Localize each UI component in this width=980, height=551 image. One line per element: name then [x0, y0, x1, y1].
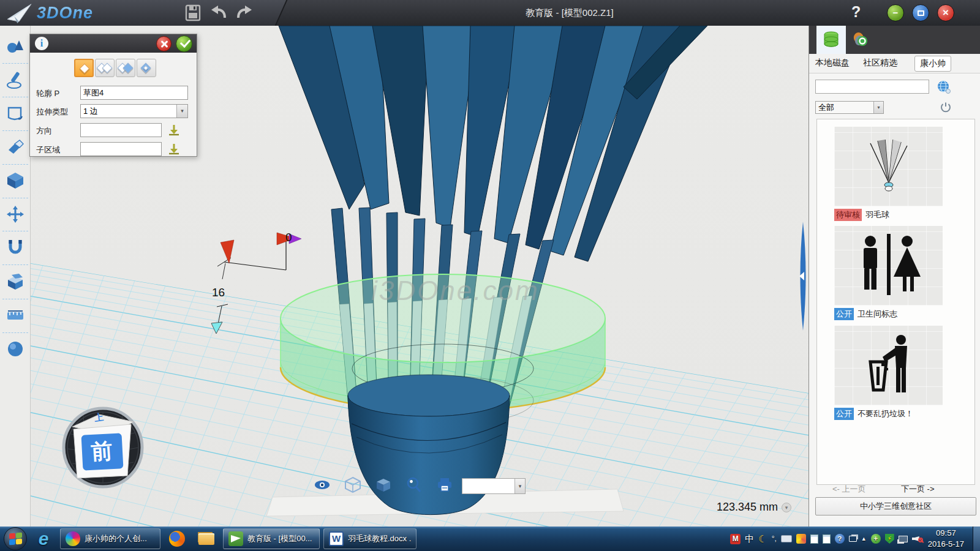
explorer-button[interactable] — [194, 528, 219, 549]
model-title[interactable]: 卫生间标志 — [858, 309, 897, 320]
direction-input[interactable] — [80, 123, 162, 137]
navcube-front-face[interactable]: 前 — [78, 432, 125, 471]
network-tray-icon[interactable] — [899, 536, 908, 542]
shaded-view-icon[interactable] — [375, 476, 392, 493]
search-doc-tray-icon[interactable] — [810, 534, 818, 544]
wireframe-view-icon[interactable] — [344, 476, 361, 493]
model-thumbnail-shuttlecock[interactable] — [834, 127, 943, 206]
show-desktop-button[interactable] — [973, 527, 980, 551]
mode-remove-button[interactable] — [116, 59, 135, 77]
extrude-type-select[interactable]: 1 边 ▾ — [80, 104, 188, 118]
windows-taskbar: e 康小帅的个人创... 教育版 - [模型00... W 羽毛球教程.docx… — [0, 527, 980, 551]
tab-my-account[interactable]: 康小帅 — [914, 56, 951, 72]
sogou-tray-icon[interactable] — [796, 534, 806, 544]
moon-tray-icon[interactable]: ☾ — [758, 533, 767, 545]
sketch-tool-icon[interactable] — [6, 70, 24, 89]
local-library-tab[interactable] — [816, 26, 846, 54]
move-tool-icon[interactable] — [6, 205, 24, 223]
dialog-cancel-button[interactable] — [156, 36, 172, 51]
filter-arrow-icon[interactable]: ▾ — [873, 102, 883, 113]
restroom-thumb-graphic — [852, 231, 925, 300]
keyboard-tray-icon[interactable] — [781, 535, 792, 542]
volume-muted-tray-icon[interactable] — [912, 534, 922, 543]
primitives-tool-icon[interactable] — [6, 37, 24, 55]
combobox-arrow-icon[interactable]: ▾ — [514, 479, 525, 493]
task-word-doc[interactable]: W 羽毛球教程.docx ... — [323, 528, 417, 549]
logout-power-icon[interactable] — [940, 102, 951, 113]
sidebar-collapse-handle[interactable] — [797, 222, 809, 331]
zoom-icon[interactable] — [405, 476, 423, 493]
measure-tool-icon[interactable] — [6, 306, 24, 324]
task-personal-page[interactable]: 康小帅的个人创... — [60, 528, 160, 549]
info-icon[interactable]: i — [35, 37, 48, 50]
select-arrow-icon[interactable]: ▾ — [176, 105, 187, 118]
tray-time: 09:57 — [928, 528, 964, 539]
pick-subregion-icon[interactable] — [167, 143, 181, 156]
dialog-header[interactable]: i — [30, 34, 197, 53]
firefox-button[interactable] — [164, 528, 190, 549]
redo-button[interactable] — [235, 4, 253, 21]
start-button[interactable] — [4, 527, 27, 550]
shuttlecock-thumb-graphic — [864, 136, 913, 197]
pick-direction-icon[interactable] — [167, 124, 181, 137]
cyan-arrow-handle[interactable] — [211, 322, 222, 334]
mode-base-button[interactable] — [74, 59, 94, 77]
close-button[interactable]: × — [937, 4, 954, 21]
surface-tool-icon[interactable] — [6, 104, 24, 122]
dialog-confirm-button[interactable] — [176, 36, 192, 52]
print-icon[interactable] — [436, 476, 453, 493]
filter-value: 全部 — [818, 102, 834, 113]
mode-add-button[interactable] — [95, 59, 115, 77]
measurement-dropdown-icon[interactable]: ▾ — [782, 503, 791, 512]
visibility-eye-icon[interactable] — [314, 476, 331, 493]
speed-shield-tray-icon[interactable]: ⚡ — [885, 534, 894, 544]
safe-shield-tray-icon[interactable]: + — [871, 534, 881, 544]
notes-tray-icon[interactable] — [823, 534, 831, 544]
task-3done[interactable]: 教育版 - [模型00... — [223, 528, 320, 549]
view-toolbar — [314, 476, 453, 493]
search-globe-icon[interactable] — [937, 80, 951, 94]
save-button[interactable] — [184, 4, 202, 21]
direction-label: 方向 — [36, 126, 52, 137]
mcafee-tray-icon[interactable]: M — [730, 534, 741, 544]
mode-intersect-button[interactable] — [137, 59, 156, 77]
view-navigation-cube[interactable]: 上 前 — [59, 403, 147, 492]
minimize-button[interactable]: − — [887, 4, 904, 21]
tray-clock[interactable]: 09:57 2016-5-17 — [928, 528, 964, 549]
model-thumbnail-restroom[interactable] — [834, 226, 943, 305]
model-title[interactable]: 不要乱扔垃圾！ — [858, 408, 913, 419]
prev-page-link[interactable]: <- 上一页 — [832, 484, 866, 495]
toolbar-separator — [2, 231, 28, 231]
navcube-top-face[interactable]: 上 — [94, 411, 104, 424]
task-label: 康小帅的个人创... — [85, 533, 147, 544]
assembly-tool-icon[interactable] — [6, 272, 24, 291]
ime-lang-tray-icon[interactable]: 中 — [745, 533, 754, 545]
ime-state-tray-icon[interactable]: °, — [772, 534, 777, 543]
model-title[interactable]: 羽毛球 — [865, 209, 889, 220]
material-tool-icon[interactable] — [6, 340, 24, 358]
help-button[interactable]: ? — [851, 3, 861, 21]
eraser-tool-icon[interactable] — [6, 138, 24, 156]
expand-tray-icon[interactable]: ▲ — [861, 536, 867, 542]
solid-edit-tool-icon[interactable] — [6, 171, 24, 190]
tab-local-disk[interactable]: 本地磁盘 — [815, 58, 850, 69]
help-tray-icon[interactable]: ? — [835, 534, 845, 544]
next-page-link[interactable]: 下一页 -> — [901, 484, 935, 495]
undo-button[interactable] — [210, 4, 228, 21]
toolbar-separator — [2, 130, 28, 131]
internet-explorer-button[interactable]: e — [31, 528, 56, 549]
category-filter-select[interactable]: 全部 ▾ — [815, 101, 884, 114]
model-thumbnail-litter[interactable] — [834, 326, 943, 405]
popup-window-tray-icon[interactable] — [849, 536, 857, 542]
restore-button[interactable] — [912, 4, 929, 21]
tab-community-picks[interactable]: 社区精选 — [863, 58, 897, 69]
community-site-button[interactable]: 中小学三维创意社区 — [815, 497, 976, 515]
community-tab[interactable] — [846, 26, 875, 54]
profile-input[interactable] — [80, 86, 188, 100]
view-preset-combobox[interactable]: ▾ — [462, 478, 526, 494]
magnet-tool-icon[interactable] — [6, 238, 24, 256]
model-list: 待审核 羽毛球 公开 卫生间标志 — [816, 119, 975, 485]
pinwheel-icon — [66, 531, 80, 546]
search-input[interactable] — [815, 80, 929, 94]
subregion-input[interactable] — [80, 142, 162, 156]
